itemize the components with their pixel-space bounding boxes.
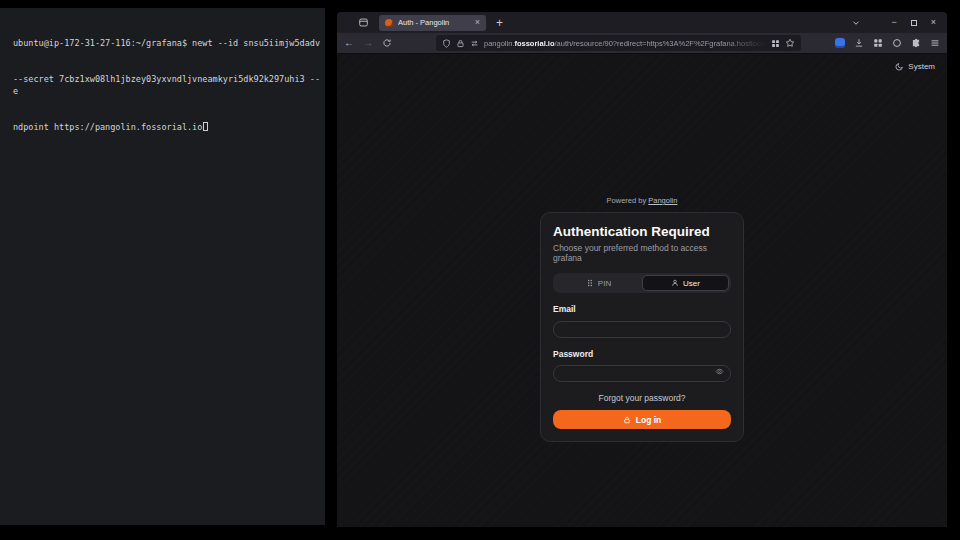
theme-toggle[interactable]: System — [895, 62, 935, 71]
url-domain: fossorial.io — [514, 39, 554, 48]
pangolin-favicon-icon — [385, 19, 393, 27]
bookmark-star-icon[interactable] — [785, 38, 795, 48]
password-label: Password — [553, 349, 731, 359]
tab-close-icon[interactable]: × — [475, 18, 480, 27]
apps-grid-icon[interactable] — [873, 38, 883, 48]
login-button[interactable]: Log in — [553, 410, 731, 429]
url-text: pangolin.fossorial.io/auth/resource/90?r… — [484, 39, 766, 48]
browser-window: Auth - Pangolin × + − × ← → — [337, 12, 947, 527]
terminal-window[interactable]: ubuntu@ip-172-31-27-116:~/grafana$ newt … — [0, 8, 325, 525]
email-field[interactable] — [553, 321, 731, 338]
user-icon — [671, 279, 679, 287]
maximize-button[interactable] — [911, 20, 917, 26]
url-prefix: pangolin. — [484, 39, 514, 48]
chevron-down-icon[interactable] — [851, 18, 861, 28]
tab-pin[interactable]: PIN — [555, 275, 642, 291]
terminal-line-text: ndpoint https://pangolin.fossorial.io — [13, 122, 202, 132]
new-tab-button[interactable]: + — [496, 17, 503, 29]
terminal-output: ubuntu@ip-172-31-27-116:~/grafana$ newt … — [0, 8, 325, 157]
pangolin-link[interactable]: Pangolin — [648, 196, 677, 205]
moon-icon — [895, 62, 904, 71]
reload-icon[interactable] — [382, 38, 392, 48]
ring-extension-icon[interactable] — [892, 38, 902, 48]
shield-icon[interactable] — [442, 39, 451, 48]
close-window-button[interactable]: × — [931, 18, 936, 27]
login-button-label: Log in — [636, 415, 662, 425]
card-subtitle: Choose your preferred method to access g… — [553, 243, 731, 263]
password-field-wrap — [553, 363, 731, 383]
page-content: System Powered by Pangolin Authenticatio… — [337, 54, 947, 527]
terminal-cursor — [203, 122, 208, 131]
tab-grid-icon[interactable] — [771, 39, 780, 48]
theme-toggle-label: System — [908, 62, 935, 71]
terminal-line: --secret 7cbz1xw08lh1jbzey03yxvndljvneam… — [13, 73, 321, 97]
show-password-eye-icon[interactable] — [715, 367, 724, 376]
keypad-icon — [586, 279, 594, 287]
extension-blue-icon[interactable] — [835, 38, 845, 48]
forward-button[interactable]: → — [363, 38, 373, 48]
lock-icon[interactable] — [456, 39, 465, 48]
toolbar-right-icons — [835, 33, 940, 53]
extensions-puzzle-icon[interactable] — [911, 38, 921, 48]
tab-title: Auth - Pangolin — [398, 18, 470, 27]
powered-by-text: Powered by — [607, 196, 647, 205]
powered-by: Powered by Pangolin — [540, 196, 744, 205]
email-field-wrap — [553, 318, 731, 338]
switch-arrows-icon[interactable] — [470, 39, 479, 48]
minimize-button[interactable]: − — [891, 18, 896, 27]
nav-buttons: ← → — [344, 33, 392, 53]
tab-user-label: User — [683, 279, 700, 288]
menu-hamburger-icon[interactable] — [930, 38, 940, 48]
browser-tab-bar: Auth - Pangolin × + − × — [337, 12, 947, 33]
forgot-password-link[interactable]: Forgot your password? — [553, 393, 731, 403]
auth-method-tabs: PIN User — [553, 273, 731, 293]
login-lock-icon — [623, 416, 631, 424]
back-button[interactable]: ← — [344, 38, 354, 48]
password-field[interactable] — [553, 365, 731, 382]
email-label: Email — [553, 304, 731, 314]
tab-user[interactable]: User — [642, 275, 729, 291]
terminal-line: ubuntu@ip-172-31-27-116:~/grafana$ newt … — [13, 37, 321, 49]
card-title: Authentication Required — [553, 224, 731, 239]
auth-card: Authentication Required Choose your pref… — [540, 212, 744, 442]
downloads-icon[interactable] — [854, 38, 864, 48]
url-bar[interactable]: pangolin.fossorial.io/auth/resource/90?r… — [436, 35, 801, 51]
url-path: /auth/resource/90?redirect=https%3A%2F%2… — [554, 39, 766, 48]
window-controls: − × — [851, 18, 936, 28]
browser-tab-auth-pangolin[interactable]: Auth - Pangolin × — [379, 15, 486, 31]
terminal-line: ndpoint https://pangolin.fossorial.io — [13, 121, 321, 133]
browser-nav-toolbar: ← → p — [337, 33, 947, 54]
auth-section: Powered by Pangolin Authentication Requi… — [540, 196, 744, 442]
tab-pin-label: PIN — [598, 279, 611, 288]
firefox-view-icon[interactable] — [358, 17, 369, 28]
